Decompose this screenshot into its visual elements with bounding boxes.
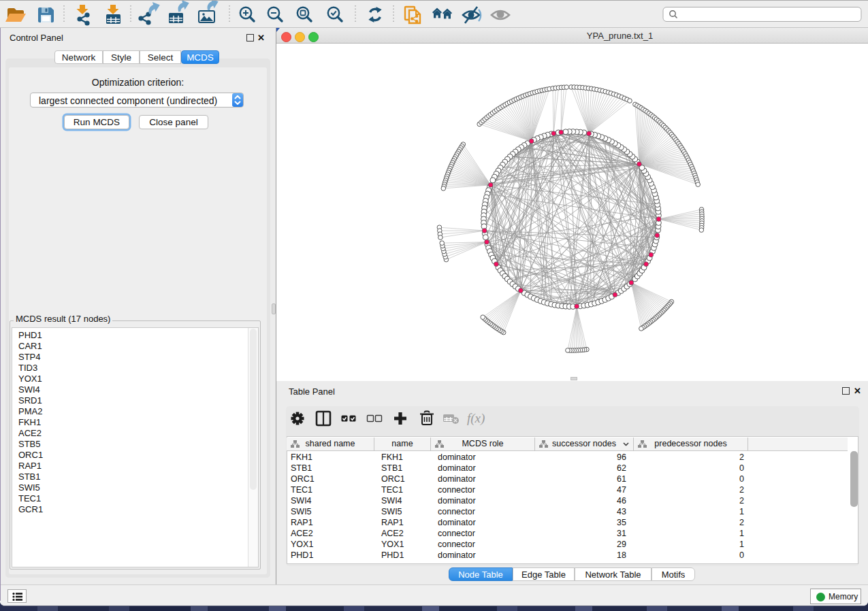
svg-text:f(x): f(x)	[467, 411, 485, 426]
